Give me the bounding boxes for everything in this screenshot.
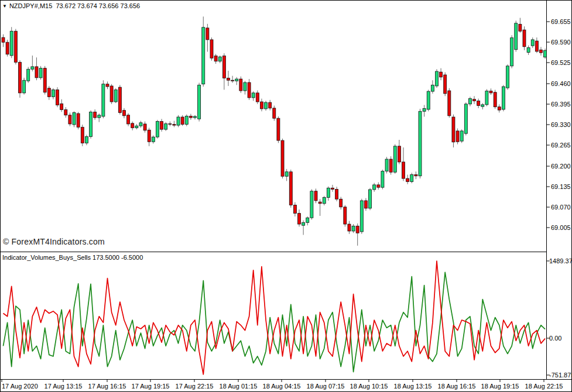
candle-up bbox=[285, 172, 288, 177]
candle-down bbox=[35, 67, 38, 78]
indicator-values: 173.5000 -6.5000 bbox=[93, 254, 143, 261]
candle-up bbox=[468, 99, 471, 104]
time-axis-label: 17 Aug 19:15 bbox=[132, 383, 170, 390]
candle-up bbox=[202, 27, 205, 84]
indicator-axis-label: -751.875 bbox=[549, 372, 572, 379]
candle-down bbox=[539, 50, 542, 53]
candle-up bbox=[27, 69, 30, 81]
candle-down bbox=[535, 41, 538, 51]
candle-up bbox=[139, 123, 142, 126]
time-axis-label: 18 Aug 22:15 bbox=[525, 383, 563, 390]
candle-up bbox=[544, 50, 547, 57]
candle-up bbox=[23, 80, 26, 93]
time-axis-label: 17 Aug 22:15 bbox=[176, 383, 214, 390]
candle-up bbox=[235, 79, 238, 81]
candle-up bbox=[435, 71, 438, 86]
time-axis-label: 18 Aug 04:15 bbox=[263, 383, 301, 390]
candle-down bbox=[452, 117, 455, 142]
candle-up bbox=[464, 104, 467, 133]
time-axis-label: 17 Aug 16:15 bbox=[88, 383, 126, 390]
price-axis-label: 69.005 bbox=[551, 224, 571, 231]
candle-up bbox=[252, 93, 255, 98]
candle-down bbox=[389, 159, 392, 172]
candle-down bbox=[148, 130, 150, 142]
time-axis-label: 18 Aug 01:15 bbox=[220, 383, 258, 390]
candle-down bbox=[160, 122, 163, 130]
candle-down bbox=[289, 172, 292, 205]
candle-down bbox=[227, 78, 230, 80]
candle-up bbox=[515, 23, 518, 50]
price-axis-label: 69.590 bbox=[551, 39, 571, 46]
candle-up bbox=[102, 84, 105, 116]
watermark-text: © ForexMT4Indicators.com bbox=[3, 237, 105, 246]
candle-down bbox=[173, 124, 176, 125]
candle-up bbox=[114, 90, 117, 102]
time-axis-label: 17 Aug 2020 bbox=[2, 383, 38, 390]
price-axis-label: 69.460 bbox=[551, 80, 571, 87]
indicator-header[interactable]: Indicator_Volumes_Buys_Sells 173.5000 -6… bbox=[2, 254, 143, 261]
candle-down bbox=[356, 226, 359, 233]
price-axis-label: 69.070 bbox=[551, 204, 571, 211]
candle-up bbox=[323, 198, 326, 204]
candle-up bbox=[419, 111, 422, 176]
candle-up bbox=[177, 117, 180, 125]
candle-down bbox=[122, 111, 125, 116]
candle-up bbox=[39, 68, 42, 78]
candle-down bbox=[60, 104, 63, 109]
candle-up bbox=[531, 40, 534, 46]
time-axis-label: 18 Aug 07:15 bbox=[307, 383, 345, 390]
candle-down bbox=[143, 124, 146, 130]
candle-up bbox=[481, 105, 484, 106]
candle-up bbox=[218, 57, 221, 61]
candle-down bbox=[415, 175, 417, 176]
candle-down bbox=[260, 102, 263, 109]
candle-up bbox=[373, 185, 376, 190]
candle-down bbox=[239, 79, 242, 91]
candle-up bbox=[410, 175, 413, 182]
candle-down bbox=[110, 86, 113, 102]
candle-up bbox=[352, 226, 355, 231]
symbol-header[interactable]: ▼NZDJPY#,M15 73.672 73.674 73.656 73.656 bbox=[2, 2, 140, 9]
candle-up bbox=[423, 108, 426, 111]
candle-down bbox=[364, 201, 367, 208]
candle-up bbox=[185, 116, 188, 124]
candle-up bbox=[327, 188, 330, 197]
candle-up bbox=[52, 90, 54, 97]
candle-up bbox=[527, 47, 530, 52]
candle-down bbox=[106, 84, 109, 87]
candle-down bbox=[248, 82, 251, 98]
candle-down bbox=[169, 123, 172, 124]
symbol-quote-ohlc: 73.672 73.674 73.656 73.656 bbox=[56, 2, 140, 9]
candle-down bbox=[47, 88, 50, 97]
candle-down bbox=[81, 127, 84, 143]
indicator-line-sells bbox=[4, 261, 546, 374]
candle-up bbox=[10, 31, 13, 56]
chart-canvas[interactable] bbox=[0, 0, 572, 392]
time-axis-label: 18 Aug 13:15 bbox=[394, 383, 432, 390]
candle-up bbox=[90, 112, 93, 136]
price-axis-label: 69.265 bbox=[551, 142, 571, 149]
candle-down bbox=[14, 31, 17, 62]
candle-down bbox=[56, 90, 59, 105]
candle-down bbox=[94, 112, 97, 118]
candle-up bbox=[460, 131, 463, 141]
candle-down bbox=[277, 118, 280, 140]
candle-down bbox=[206, 28, 209, 40]
candle-down bbox=[473, 99, 476, 101]
candle-down bbox=[348, 224, 351, 231]
candle-down bbox=[519, 24, 522, 31]
mt4-chart-window: ▼NZDJPY#,M15 73.672 73.674 73.656 73.656… bbox=[0, 0, 572, 392]
candle-up bbox=[427, 91, 430, 109]
candle-down bbox=[18, 62, 21, 93]
candle-down bbox=[494, 92, 496, 107]
candle-up bbox=[360, 201, 363, 232]
candle-down bbox=[6, 42, 9, 54]
candle-down bbox=[398, 146, 400, 162]
candle-up bbox=[381, 171, 384, 188]
dropdown-triangle-icon[interactable]: ▼ bbox=[2, 4, 7, 9]
candle-down bbox=[444, 75, 447, 94]
candle-down bbox=[489, 91, 492, 93]
candle-down bbox=[118, 87, 121, 112]
time-axis-label: 18 Aug 19:15 bbox=[481, 383, 519, 390]
candle-down bbox=[43, 68, 46, 92]
